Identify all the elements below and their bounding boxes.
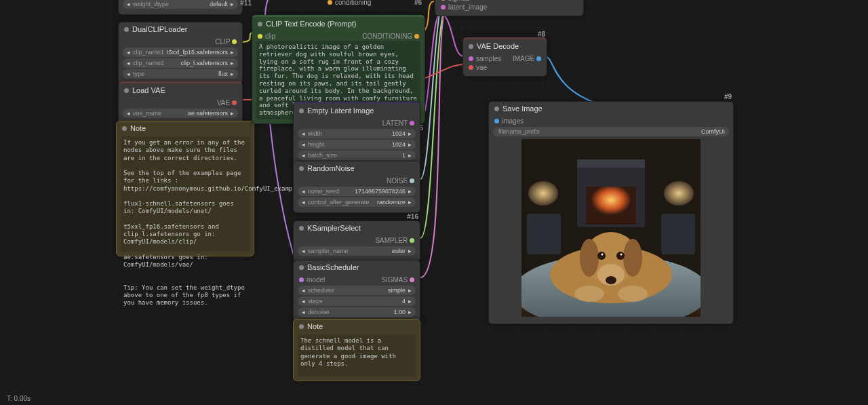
svg-point-21 bbox=[601, 254, 604, 256]
output-image-preview[interactable] bbox=[521, 139, 701, 317]
svg-rect-4 bbox=[586, 187, 636, 225]
widget-width[interactable]: ◂width1024▸ bbox=[298, 129, 416, 138]
node-title[interactable]: Note bbox=[117, 121, 254, 135]
input-model[interactable]: model bbox=[299, 276, 325, 284]
svg-point-16 bbox=[623, 239, 642, 277]
output-noise[interactable]: NOISE bbox=[387, 177, 414, 185]
widget-clip-name2[interactable]: ◂clip_name2clip_l.safetensors▸ bbox=[123, 58, 238, 68]
widget-vae-name[interactable]: ◂vae_nameae.safetensors▸ bbox=[123, 109, 238, 118]
node-id: #11 bbox=[240, 0, 252, 7]
svg-point-15 bbox=[580, 239, 599, 277]
output-sampler[interactable]: SAMPLER bbox=[375, 237, 414, 244]
svg-point-12 bbox=[574, 286, 604, 302]
svg-point-5 bbox=[528, 181, 558, 206]
output-vae[interactable]: VAE bbox=[217, 99, 237, 107]
input-vae[interactable]: vae bbox=[469, 64, 487, 71]
widget-height[interactable]: ◂height1024▸ bbox=[298, 140, 416, 149]
node-title[interactable]: Empty Latent Image bbox=[294, 104, 420, 117]
node-title[interactable]: VAE Decode bbox=[463, 39, 547, 53]
widget-control-after[interactable]: ◂control_after_generaterandomize▸ bbox=[298, 197, 416, 207]
note-text[interactable]: If you get an error in any of the nodes … bbox=[121, 136, 250, 252]
node-title[interactable]: CLIP Text Encode (Prompt) bbox=[252, 17, 425, 31]
node-title[interactable]: Save Image bbox=[489, 102, 733, 115]
input-images[interactable]: images bbox=[494, 117, 524, 125]
svg-rect-8 bbox=[661, 214, 695, 254]
svg-rect-3 bbox=[577, 159, 645, 168]
svg-point-19 bbox=[597, 252, 606, 260]
status-time: T: 0.00s bbox=[7, 395, 31, 402]
node-title[interactable]: RandomNoise bbox=[294, 161, 420, 175]
arrow-left-icon[interactable]: ◂ bbox=[125, 1, 132, 7]
input-clip[interactable]: clip bbox=[258, 33, 275, 40]
output-conditioning[interactable]: CONDITIONING bbox=[362, 33, 419, 40]
node-title[interactable]: Note bbox=[294, 320, 420, 333]
svg-point-6 bbox=[664, 181, 694, 206]
widget-filename-prefix[interactable]: filename_prefixComfyUI bbox=[493, 127, 729, 136]
input-samples[interactable]: samples bbox=[469, 55, 501, 62]
arrow-right-icon[interactable]: ▸ bbox=[229, 1, 235, 7]
output-image[interactable]: IMAGE bbox=[513, 55, 541, 62]
widget-type[interactable]: ◂typeflux▸ bbox=[123, 69, 238, 79]
svg-point-13 bbox=[618, 286, 648, 302]
output-sigmas[interactable]: SIGMAS bbox=[381, 276, 414, 284]
svg-rect-7 bbox=[527, 214, 561, 254]
node-title[interactable]: BasicScheduler bbox=[294, 261, 420, 274]
widget-weight-dtype[interactable]: ◂ weight_dtype default ▸ bbox=[123, 0, 238, 9]
node-title[interactable]: Load VAE bbox=[119, 83, 242, 97]
note-text[interactable]: The schnell model is a distilled model t… bbox=[298, 334, 416, 377]
output-clip[interactable]: CLIP bbox=[215, 38, 237, 45]
node-title[interactable]: KSamplerSelect bbox=[294, 221, 420, 235]
node-title[interactable]: DualCLIPLoader bbox=[119, 22, 242, 36]
widget-steps[interactable]: ◂steps4▸ bbox=[298, 296, 416, 306]
widget-sampler-name[interactable]: ◂sampler_nameeuler▸ bbox=[298, 246, 416, 256]
svg-point-20 bbox=[616, 252, 625, 260]
output-latent[interactable]: LATENT bbox=[382, 119, 414, 127]
widget-scheduler[interactable]: ◂schedulersimple▸ bbox=[298, 286, 416, 295]
widget-batch-size[interactable]: ◂batch_size1▸ bbox=[298, 151, 416, 160]
widget-denoise[interactable]: ◂denoise1.00▸ bbox=[298, 307, 416, 317]
svg-point-18 bbox=[606, 276, 616, 284]
svg-point-22 bbox=[620, 254, 623, 256]
widget-noise-seed[interactable]: ◂noise_seed171486759878246▸ bbox=[298, 187, 416, 196]
widget-clip-name1[interactable]: ◂clip_name1t5xxl_fp16.safetensors▸ bbox=[123, 47, 238, 57]
